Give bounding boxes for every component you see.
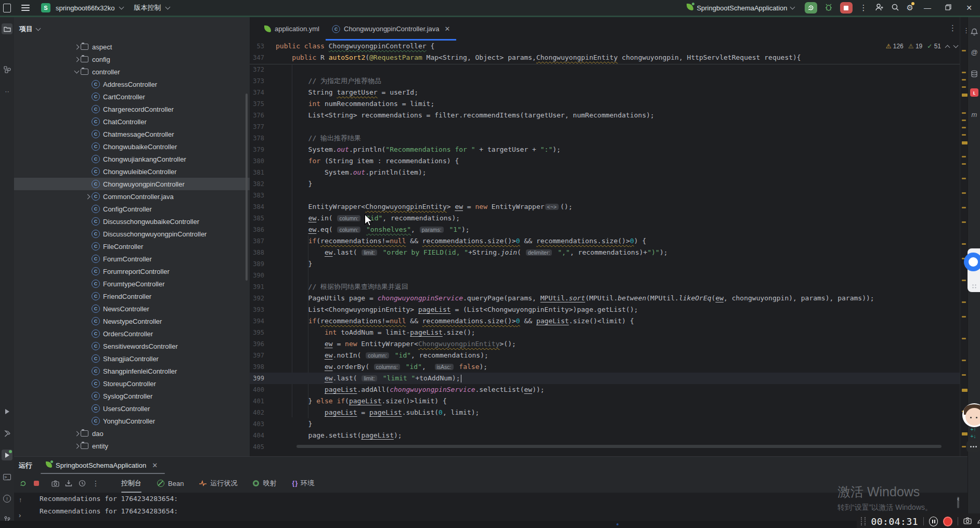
project-tree-scrollbar[interactable]	[246, 94, 248, 281]
close-icon[interactable]: ✕	[445, 25, 450, 33]
tree-item[interactable]: entity	[14, 440, 250, 452]
expand-arrow-icon[interactable]	[83, 195, 92, 199]
debug-button[interactable]	[824, 3, 833, 13]
build-tool-button[interactable]	[2, 428, 12, 439]
code-line[interactable]: 396 ew = new EntityWrapper<Chongwuyongpi…	[250, 338, 960, 350]
console-prompt-icon[interactable]: ›	[19, 511, 21, 519]
project-tool-button[interactable]	[2, 23, 12, 34]
code-line[interactable]: 385 ew.in( column: "id", recommendations…	[250, 213, 960, 224]
code-line[interactable]: 390	[250, 270, 960, 281]
code-area[interactable]: 372373 // 为指定用户推荐物品374 String targetUser…	[250, 64, 960, 453]
code-line[interactable]: 384 EntityWrapper<ChongwuyongpinEntity> …	[250, 201, 960, 213]
code-line[interactable]: 374 String targetUser = userId;	[250, 87, 960, 98]
warning-stripe-mark[interactable]	[962, 156, 966, 157]
database-tool-button[interactable]	[969, 69, 979, 79]
warning-stripe-mark[interactable]	[962, 374, 966, 376]
code-line[interactable]: 394 if(recommendations!=null && recommen…	[250, 315, 960, 327]
vcs-menu[interactable]: 版本控制	[134, 3, 161, 12]
tree-item[interactable]: ChatmessageController	[14, 128, 250, 140]
code-line[interactable]: 399 ew.last( limit: "limit "+toAddNum);	[250, 373, 960, 384]
previous-problem-button[interactable]	[945, 45, 950, 50]
code-line[interactable]: 400 pageList.addAll(chongwuyongpinServic…	[250, 384, 960, 395]
run-tab[interactable]: SpringbootSchemaApplication ✕	[46, 457, 158, 474]
tree-item[interactable]: ChatController	[14, 115, 250, 128]
tree-item[interactable]: config	[14, 53, 250, 65]
zoom-out-icon[interactable]: +↓	[971, 434, 976, 439]
code-line[interactable]: 378 // 输出推荐结果	[250, 133, 960, 144]
code-line[interactable]: 376 List<String> recommendations = filte…	[250, 110, 960, 121]
timestamps-button[interactable]	[75, 480, 89, 487]
warning-stripe-mark[interactable]	[962, 94, 968, 97]
drag-handle-icon[interactable]	[861, 517, 866, 525]
tree-item[interactable]: ForumtypeController	[14, 278, 250, 290]
horizontal-scrollbar[interactable]	[296, 445, 942, 448]
pause-recording-button[interactable]	[929, 517, 938, 526]
tree-item[interactable]: dao	[14, 427, 250, 440]
tree-item[interactable]: DiscusschongwubaikeController	[14, 215, 250, 228]
tree-item[interactable]: ForumreportController	[14, 265, 250, 278]
tree-item[interactable]: FriendController	[14, 290, 250, 302]
run-view-tab[interactable]: 映射	[253, 474, 276, 493]
code-line[interactable]: 404 page.setList(pageList);	[250, 430, 960, 441]
tree-item[interactable]: UsersController	[14, 402, 250, 415]
next-problem-button[interactable]	[953, 43, 959, 48]
code-with-me-button[interactable]	[875, 3, 884, 13]
expand-arrow-icon[interactable]	[72, 58, 81, 61]
warning-stripe-mark[interactable]	[962, 243, 966, 245]
code-line[interactable]: 387 if(recommendations!=null && recommen…	[250, 235, 960, 247]
code-line[interactable]: 403 }	[250, 418, 960, 430]
rerun-button[interactable]	[805, 2, 817, 14]
more-button[interactable]: ⋮	[89, 479, 102, 487]
more-actions-button[interactable]: ⋮	[860, 3, 868, 12]
warning-stripe-mark[interactable]	[962, 280, 966, 281]
run-panel-title[interactable]: 运行	[19, 461, 32, 470]
main-menu-icon[interactable]	[21, 5, 30, 11]
screenshot-button[interactable]	[48, 480, 62, 487]
code-line[interactable]: 388 ew.last( limit: "order by FIELD(id, …	[250, 247, 960, 258]
code-line[interactable]: 397 ew.notIn( column: "id", recommendati…	[250, 350, 960, 361]
stop-recording-button[interactable]	[943, 517, 952, 526]
close-icon[interactable]: ✕	[152, 461, 158, 469]
tree-item[interactable]: StoreupController	[14, 377, 250, 390]
code-line[interactable]: 381 System.out.println(item);	[250, 167, 960, 178]
warning-stripe-mark[interactable]	[962, 127, 966, 128]
code-line[interactable]: 402 pageList = pageList.subList(0, limit…	[250, 407, 960, 418]
code-line[interactable]: 379 System.out.println("Recommendations …	[250, 144, 960, 155]
code-line[interactable]: 382 }	[250, 178, 960, 190]
stop-button[interactable]	[840, 2, 853, 14]
code-line[interactable]: 389 }	[250, 258, 960, 270]
notifications-tool-button[interactable]	[969, 27, 979, 37]
tree-item[interactable]: aspect	[14, 41, 250, 53]
code-line[interactable]: 391 // 根据协同结果查询结果并返回	[250, 281, 960, 293]
code-line[interactable]: 392 PageUtils page = chongwuyongpinServi…	[250, 293, 960, 304]
recorder-mini-widget[interactable]: +↑ +↓	[966, 427, 980, 452]
warning-stripe-mark[interactable]	[962, 389, 968, 392]
code-line[interactable]: 380 for (String item : recommendations) …	[250, 155, 960, 167]
tree-item[interactable]: ChargerecordController	[14, 103, 250, 115]
close-button[interactable]: ✕	[962, 4, 976, 12]
annotate-button[interactable]	[977, 517, 980, 526]
tree-item[interactable]: controller	[14, 65, 250, 78]
warning-stripe-mark[interactable]	[962, 207, 966, 208]
stop-button[interactable]	[30, 481, 43, 486]
warning-stripe-mark[interactable]	[962, 86, 966, 88]
services-tool-button[interactable]	[2, 450, 12, 460]
warning-stripe-mark[interactable]	[962, 134, 966, 136]
structure-tool-button[interactable]	[2, 64, 12, 75]
expand-arrow-icon[interactable]	[72, 45, 81, 49]
warning-stripe-mark[interactable]	[962, 360, 966, 361]
tree-item[interactable]: AddressController	[14, 78, 250, 90]
more-tools-button[interactable]: ··	[2, 86, 12, 97]
warning-stripe-mark[interactable]	[962, 112, 966, 114]
code-line[interactable]: 347 public R autoSort2(@RequestParam Map…	[250, 52, 960, 63]
console-output[interactable]: ↑ › Recommendations for 1764234283654:Re…	[14, 493, 968, 521]
warning-stripe-mark[interactable]	[962, 301, 966, 303]
plugin-tool-button[interactable]: ʟ	[969, 87, 979, 98]
collapse-widget-button[interactable]: ‹	[957, 495, 959, 503]
code-line[interactable]: 372	[250, 64, 960, 75]
terminal-tool-button[interactable]: >_	[2, 471, 12, 482]
run-view-tab[interactable]: 运行状况	[199, 474, 237, 493]
maven-tool-button[interactable]: m	[969, 109, 979, 120]
assistant-bubble-icon[interactable]	[964, 253, 980, 271]
warning-stripe-mark[interactable]	[962, 192, 966, 194]
